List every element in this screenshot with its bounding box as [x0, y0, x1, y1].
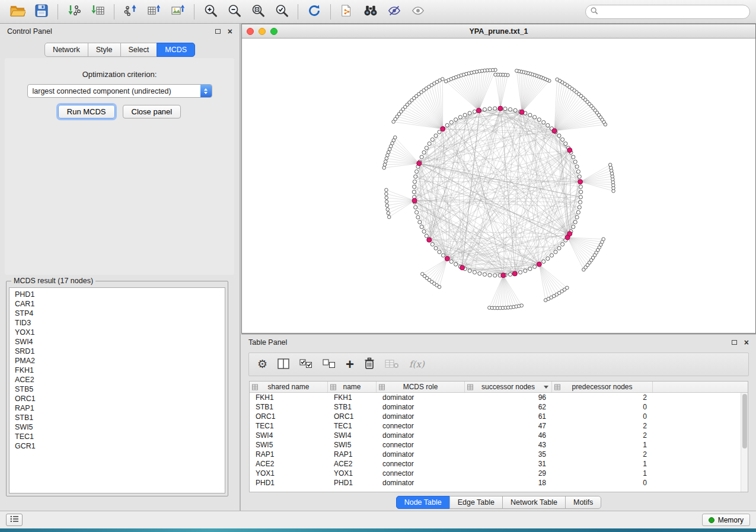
status-menu-button[interactable] — [6, 514, 23, 526]
tab-edge-table[interactable]: Edge Table — [449, 496, 503, 509]
table-grid-icon — [330, 384, 336, 392]
mcds-result-item[interactable]: PMA2 — [9, 356, 225, 366]
search-input[interactable] — [602, 8, 745, 16]
close-panel-icon[interactable]: × — [228, 28, 232, 34]
cell-mcds-role: connector — [377, 422, 465, 430]
tab-node-table[interactable]: Node Table — [396, 496, 450, 509]
column-header-shared-name[interactable]: shared name — [250, 382, 328, 392]
deselect-all-button[interactable] — [323, 356, 336, 373]
import-network-button[interactable] — [62, 2, 86, 22]
mcds-result-item[interactable]: SWI5 — [9, 422, 225, 432]
open-file-button[interactable] — [6, 2, 30, 22]
tab-network-table[interactable]: Network Table — [502, 496, 566, 509]
column-menu-caret[interactable] — [544, 386, 548, 389]
mcds-result-item[interactable]: STP4 — [9, 309, 225, 318]
cell-mcds-role: dominator — [377, 431, 465, 440]
close-table-panel-icon[interactable]: × — [744, 339, 749, 345]
node-table: shared namenameMCDS rolesuccessor nodesp… — [249, 381, 748, 492]
cell-mcds-role: connector — [377, 460, 465, 468]
network-graph[interactable] — [242, 39, 755, 333]
table-row[interactable]: SWI5SWI5connector431 — [250, 440, 748, 450]
select-all-button[interactable] — [299, 356, 312, 373]
delete-column-button[interactable] — [364, 356, 375, 373]
column-header-successor-nodes[interactable]: successor nodes — [465, 382, 552, 392]
refresh-button[interactable] — [302, 2, 326, 22]
mcds-result-item[interactable]: SWI4 — [9, 337, 225, 347]
mcds-result-item[interactable]: TID3 — [9, 318, 225, 328]
table-row[interactable]: STB1STB1dominator620 — [250, 402, 748, 412]
float-table-panel-icon[interactable] — [732, 340, 737, 345]
mcds-result-item[interactable]: YOX1 — [9, 328, 225, 337]
hide-selected-button[interactable] — [382, 2, 406, 22]
export-table-button[interactable] — [142, 2, 166, 22]
float-panel-icon[interactable] — [215, 29, 221, 34]
tab-network[interactable]: Network — [44, 43, 88, 57]
mcds-result-list[interactable]: PHD1CAR1STP4TID3YOX1SWI4SRD1PMA2FKH1ACE2… — [9, 287, 225, 493]
export-image-button[interactable] — [166, 2, 190, 22]
desktop-wallpaper — [0, 528, 756, 532]
mcds-result-item[interactable]: GCR1 — [9, 441, 225, 451]
cell-successor-nodes: 29 — [465, 469, 552, 477]
tab-style[interactable]: Style — [88, 43, 121, 57]
tab-mcds[interactable]: MCDS — [157, 43, 195, 57]
column-header-name[interactable]: name — [328, 382, 377, 392]
zoom-selected-button[interactable] — [270, 2, 294, 22]
column-label: successor nodes — [481, 383, 535, 391]
table-row[interactable]: FKH1FKH1dominator962 — [250, 393, 748, 402]
export-network-button[interactable] — [119, 2, 142, 22]
cell-name: SWI4 — [328, 431, 377, 440]
mcds-result-item[interactable]: STB1 — [9, 413, 225, 422]
mcds-result-item[interactable]: ACE2 — [9, 375, 225, 384]
optimization-dropdown[interactable]: largest connected component (undirected) — [27, 84, 212, 98]
tab-motifs[interactable]: Motifs — [565, 496, 601, 509]
mcds-result-item[interactable]: RAP1 — [9, 403, 225, 413]
mcds-result-item[interactable]: STB5 — [9, 384, 225, 394]
mcds-result-item[interactable]: ORC1 — [9, 394, 225, 403]
mcds-result-item[interactable]: SRD1 — [9, 347, 225, 356]
table-panel: Table Panel × ⚙ + f(x) shared namenameMC… — [241, 334, 756, 511]
show-all-button[interactable] — [406, 2, 430, 22]
cell-predecessor-nodes: 1 — [552, 460, 653, 468]
table-settings-button[interactable]: ⚙ — [257, 356, 267, 373]
table-row[interactable]: TEC1TEC1connector472 — [250, 421, 748, 431]
column-header-MCDS-role[interactable]: MCDS role — [377, 382, 465, 392]
mcds-result-item[interactable]: FKH1 — [9, 366, 225, 375]
column-header-predecessor-nodes[interactable]: predecessor nodes — [552, 382, 653, 392]
import-table-button[interactable] — [86, 2, 110, 22]
cell-name: ORC1 — [328, 412, 377, 421]
mcds-result-item[interactable]: TEC1 — [9, 432, 225, 441]
cell-predecessor-nodes: 2 — [552, 431, 653, 440]
show-columns-button[interactable] — [277, 356, 289, 373]
minimize-window-icon[interactable] — [259, 28, 266, 35]
table-row[interactable]: SWI4SWI4dominator462 — [250, 431, 748, 440]
table-row[interactable]: ACE2ACE2connector311 — [250, 459, 748, 469]
run-mcds-button[interactable]: Run MCDS — [58, 105, 115, 118]
mcds-result-item[interactable]: CAR1 — [9, 299, 225, 309]
toolbar-separator — [330, 4, 331, 20]
table-scrollbar[interactable] — [741, 393, 748, 492]
network-canvas[interactable] — [242, 39, 755, 333]
column-label: predecessor nodes — [572, 383, 632, 391]
zoom-out-button[interactable] — [222, 2, 246, 22]
cell-mcds-role: dominator — [377, 393, 465, 402]
tab-select[interactable]: Select — [120, 43, 158, 57]
close-window-icon[interactable] — [247, 28, 254, 35]
search-network-button[interactable] — [359, 2, 382, 22]
table-row[interactable]: YOX1YOX1connector291 — [250, 469, 748, 478]
close-mcds-panel-button[interactable]: Close panel — [123, 105, 181, 118]
maximize-window-icon[interactable] — [270, 28, 277, 35]
table-row[interactable]: PHD1PHD1dominator180 — [250, 478, 748, 488]
add-column-button[interactable]: + — [346, 356, 354, 373]
table-scrollbar-thumb[interactable] — [742, 394, 747, 448]
zoom-in-button[interactable] — [199, 2, 222, 22]
zoom-fit-button[interactable] — [246, 2, 270, 22]
table-row[interactable]: RAP1RAP1dominator352 — [250, 450, 748, 459]
memory-button[interactable]: Memory — [702, 514, 750, 526]
status-bar: Memory — [0, 511, 756, 528]
table-row[interactable]: ORC1ORC1dominator610 — [250, 412, 748, 421]
share-document-button[interactable] — [335, 2, 359, 22]
search-box[interactable] — [585, 5, 750, 19]
mcds-result-item[interactable]: PHD1 — [9, 290, 225, 299]
save-session-button[interactable] — [30, 2, 53, 22]
table-panel-title: Table Panel — [248, 338, 287, 347]
